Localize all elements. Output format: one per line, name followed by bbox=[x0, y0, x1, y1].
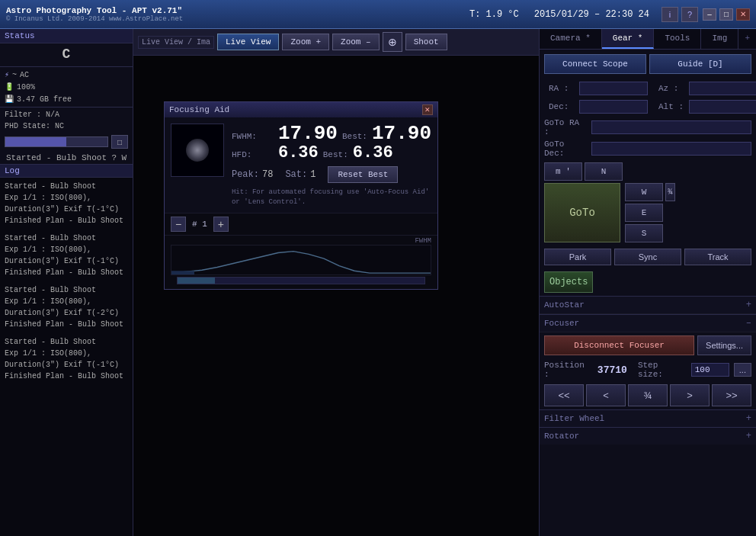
autostar-section-header[interactable]: AutoStar + bbox=[540, 296, 756, 314]
ra-row: RA : bbox=[544, 80, 652, 97]
more-button[interactable]: ... bbox=[734, 363, 751, 377]
slider-area: □ bbox=[0, 132, 133, 152]
live-view-button[interactable]: Live View bbox=[217, 34, 279, 50]
log-entry: Finished Plan - Bulb Shoot bbox=[5, 319, 128, 330]
step-size-input[interactable] bbox=[691, 363, 729, 377]
hfd-label: HFD: bbox=[232, 150, 274, 159]
log-entry: Started - Bulb Shoot bbox=[5, 233, 128, 244]
focus-backward-button[interactable]: < bbox=[586, 384, 626, 406]
filter-wheel-section[interactable]: Filter Wheel + bbox=[540, 409, 756, 427]
nav-south-button[interactable]: S bbox=[625, 224, 663, 242]
brightness-slider[interactable] bbox=[5, 136, 108, 147]
star-image bbox=[186, 139, 209, 162]
dialog-close-button[interactable]: ✕ bbox=[422, 104, 433, 115]
slider-button[interactable]: □ bbox=[111, 135, 128, 149]
phd-state-label: PHD State: NC bbox=[5, 122, 64, 130]
log-group-4: Started - Bulb Shoot Exp 1/1 : ISO(800),… bbox=[5, 336, 128, 382]
shoot-button[interactable]: Shoot bbox=[405, 34, 447, 50]
close-button[interactable]: ✕ bbox=[736, 8, 750, 21]
zoom-plus-button[interactable]: Zoom + bbox=[282, 34, 329, 50]
sat-label: Sat: bbox=[285, 169, 307, 180]
az-label: Az : bbox=[658, 84, 686, 93]
section-label: Live View / Ima bbox=[138, 36, 214, 49]
alt-label: Alt : bbox=[658, 102, 686, 111]
nav-center-button[interactable]: ¾ bbox=[665, 183, 675, 201]
focus-plus-button[interactable]: + bbox=[213, 217, 229, 232]
park-button[interactable]: Park bbox=[544, 249, 611, 265]
log-content[interactable]: Started - Bulb Shoot Exp 1/1 : ISO(800),… bbox=[0, 178, 133, 536]
help-button[interactable]: ? bbox=[681, 7, 698, 22]
log-entry: Exp 1/1 : ISO(800), Duration(3") Exif T(… bbox=[5, 244, 128, 267]
sat-value: 1 bbox=[310, 169, 316, 180]
log-entry: Exp 1/1 : ISO(800), Duration(3") Exif T(… bbox=[5, 348, 128, 371]
nav-north-button[interactable]: N bbox=[585, 162, 623, 181]
log-entry: Started - Bulb Shoot bbox=[5, 181, 128, 192]
minimize-button[interactable]: – bbox=[703, 8, 716, 21]
power-indicator: ~ bbox=[12, 71, 17, 79]
filter-label: Filter : N/A bbox=[5, 111, 59, 119]
az-input[interactable] bbox=[689, 82, 756, 95]
connect-scope-button[interactable]: Connect Scope bbox=[544, 54, 646, 74]
image-area[interactable]: Focusing Aid ✕ FWHM: 17.90 Best: 17.90 bbox=[133, 56, 539, 536]
log-entry: Finished Plan - Bulb Shoot bbox=[5, 371, 128, 382]
focuser-section-header[interactable]: Focuser – bbox=[540, 314, 756, 332]
restore-button[interactable]: □ bbox=[719, 8, 733, 21]
filter-wheel-expand-icon[interactable]: + bbox=[746, 413, 751, 424]
guide-d-button[interactable]: Guide [D] bbox=[649, 54, 751, 74]
nav-east-button[interactable]: E bbox=[625, 204, 663, 222]
goto-dec-input[interactable] bbox=[591, 142, 751, 156]
focus-forward-button[interactable]: > bbox=[670, 384, 710, 406]
tab-add-button[interactable]: + bbox=[738, 29, 756, 49]
focuser-settings-button[interactable]: Settings... bbox=[697, 335, 751, 355]
focus-minus-button[interactable]: − bbox=[171, 217, 186, 232]
tab-camera[interactable]: Camera * bbox=[540, 29, 602, 49]
focus-metrics: FWHM: 17.90 Best: 17.90 HFD: 6.36 Best: … bbox=[232, 124, 431, 207]
goto-ra-input[interactable] bbox=[591, 120, 751, 134]
hfd-row: HFD: 6.36 Best: 6.36 bbox=[232, 145, 431, 162]
crosshair-button[interactable]: ⊕ bbox=[383, 32, 402, 52]
alt-input[interactable] bbox=[689, 100, 756, 114]
objects-button[interactable]: Objects bbox=[544, 271, 593, 293]
ra-input[interactable] bbox=[579, 82, 648, 95]
goto-ra-label: GoTo RA : bbox=[544, 118, 588, 136]
nav-west-button[interactable]: W bbox=[625, 183, 663, 201]
sync-button[interactable]: Sync bbox=[614, 249, 681, 265]
focus-fast-backward-button[interactable]: << bbox=[544, 384, 584, 406]
dec-input[interactable] bbox=[579, 100, 648, 114]
rotator-section[interactable]: Rotator + bbox=[540, 427, 756, 445]
reset-best-button[interactable]: Reset Best bbox=[328, 166, 398, 183]
dec-row: Dec: bbox=[544, 98, 652, 115]
w-label: W bbox=[121, 153, 127, 162]
focus-controls: − # 1 + bbox=[165, 213, 437, 235]
tab-gear[interactable]: Gear * bbox=[602, 29, 655, 49]
info-button[interactable]: i bbox=[662, 7, 678, 22]
tab-tools[interactable]: Tools bbox=[654, 29, 701, 49]
goto-button[interactable]: GoTo bbox=[544, 183, 620, 242]
e-label: Started - Bulb Shoot bbox=[6, 153, 107, 162]
focus-center-button[interactable]: ¾ bbox=[628, 384, 668, 406]
log-entry: Started - Bulb Shoot bbox=[5, 284, 128, 296]
dialog-title-bar: Focusing Aid ✕ bbox=[165, 102, 437, 117]
filter-row: Filter : N/A bbox=[0, 109, 133, 120]
alt-row: Alt : bbox=[654, 98, 756, 115]
disconnect-focuser-button[interactable]: Disconnect Focuser bbox=[544, 335, 694, 355]
title-bar: Astro Photography Tool - APT v2.71" © In… bbox=[0, 0, 756, 29]
fwhm-row: FWHM: 17.90 Best: 17.90 bbox=[232, 124, 431, 143]
temperature-display: T: 1.9 °C bbox=[469, 9, 519, 20]
position-row: Position : 37710 Step size: ... bbox=[540, 358, 756, 381]
autostar-expand-icon[interactable]: + bbox=[746, 300, 751, 310]
track-button[interactable]: Track bbox=[684, 249, 751, 265]
peak-value: 78 bbox=[262, 169, 273, 180]
rotator-expand-icon[interactable]: + bbox=[746, 431, 751, 441]
tab-img[interactable]: Img bbox=[701, 29, 738, 49]
toolbar: Live View / Ima Live View Zoom + Zoom – … bbox=[133, 29, 539, 56]
log-group-3: Started - Bulb Shoot Exp 1/1 : ISO(800),… bbox=[5, 284, 128, 330]
dec-label: Dec: bbox=[549, 102, 576, 111]
log-section: Log Started - Bulb Shoot Exp 1/1 : ISO(8… bbox=[0, 164, 133, 536]
focus-fast-forward-button[interactable]: >> bbox=[712, 384, 751, 406]
zoom-minus-button[interactable]: Zoom – bbox=[332, 34, 380, 50]
goto-ra-row: GoTo RA : bbox=[540, 117, 756, 138]
focuser-collapse-icon[interactable]: – bbox=[746, 318, 751, 329]
goto-dec-row: GoTo Dec: bbox=[540, 138, 756, 159]
nav-m-prime-button[interactable]: m ' bbox=[544, 162, 582, 181]
